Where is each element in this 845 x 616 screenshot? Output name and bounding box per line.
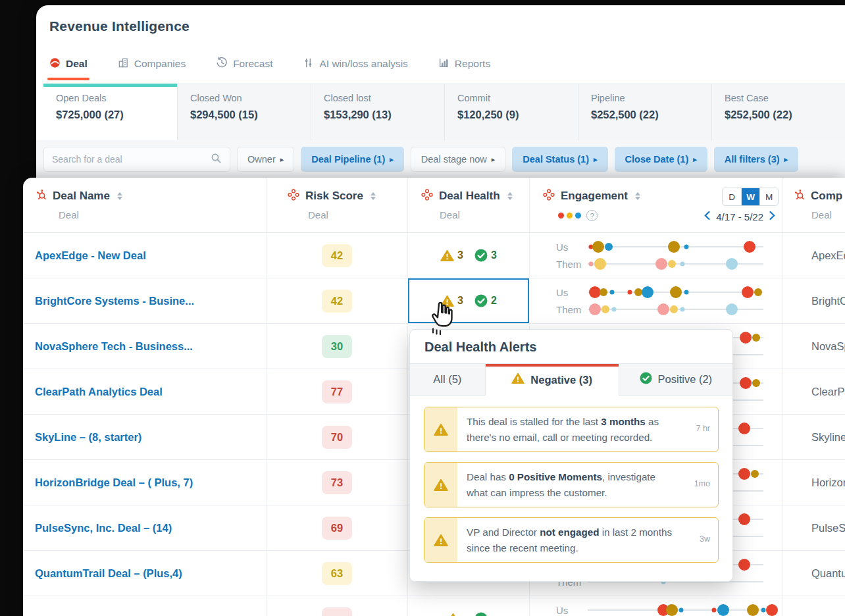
- sort-control[interactable]: [507, 192, 513, 200]
- summary-card-commit[interactable]: Commit $120,250 (9): [444, 84, 578, 140]
- hubspot-sprocket-icon: [35, 189, 47, 203]
- summary-card-open-deals[interactable]: Open Deals $725,000 (27): [43, 84, 177, 140]
- alert-timestamp: 3w: [700, 534, 710, 544]
- activity-dot: [602, 305, 609, 313]
- deal-search[interactable]: [43, 147, 230, 172]
- deal-name-link[interactable]: BrightCore Systems - Busine...: [35, 295, 194, 307]
- alert-card: VP and Director not engaged in last 2 mo…: [424, 517, 719, 563]
- tab-reports[interactable]: Reports: [438, 54, 490, 74]
- caret-icon: ▸: [280, 156, 284, 163]
- column-header-deal-name[interactable]: Deal Name Deal: [23, 178, 267, 232]
- risk-score-badge: [322, 607, 352, 616]
- summary-card-pipeline[interactable]: Pipeline $252,500 (22): [578, 84, 711, 140]
- filter-close-date[interactable]: Close Date (1)▸: [615, 147, 707, 172]
- deal-name-link[interactable]: ClearPath Analytics Deal: [35, 386, 163, 398]
- check-icon: [474, 249, 488, 262]
- granularity-toggle: DWM: [722, 188, 779, 206]
- caret-icon: ▸: [784, 156, 788, 163]
- warning-icon: [440, 295, 454, 307]
- engagement-cell[interactable]: Us Them: [530, 278, 783, 323]
- alert-card: This deal is stalled for the last 3 mont…: [424, 407, 719, 452]
- activity-dot: [740, 332, 752, 344]
- activity-dot: [752, 334, 760, 342]
- us-label: Us: [556, 242, 588, 253]
- summary-card-closed-won[interactable]: Closed Won $294,500 (15): [177, 84, 311, 140]
- search-icon: [211, 153, 222, 167]
- filter-bar: Owner▸ Deal Pipeline (1)▸ Deal stage now…: [36, 140, 845, 178]
- activity-dot: [666, 604, 678, 616]
- caret-icon: ▸: [492, 156, 496, 163]
- filter-deal-status[interactable]: Deal Status (1)▸: [512, 147, 607, 172]
- caret-icon: ▸: [594, 156, 598, 163]
- tab-companies[interactable]: Companies: [118, 54, 186, 74]
- table-row: Us Them: [23, 596, 845, 616]
- alerts-tab-positive[interactable]: Positive (2): [619, 364, 732, 396]
- tab-forecast[interactable]: Forecast: [216, 54, 272, 74]
- company-name-cell: QuantumTrail: [783, 551, 845, 596]
- activity-dot: [717, 604, 729, 616]
- activity-dot: [605, 243, 613, 251]
- column-header-risk-score[interactable]: Risk Score Deal: [267, 178, 408, 232]
- activity-dot: [612, 307, 617, 312]
- activity-dot: [642, 286, 653, 298]
- check-icon: [640, 372, 652, 387]
- company-name-cell: HorizonBridge: [783, 460, 845, 505]
- tab-deal[interactable]: Deal: [49, 54, 88, 74]
- deal-name-link[interactable]: ApexEdge - New Deal: [35, 249, 146, 262]
- risk-score-badge: 77: [322, 380, 352, 403]
- activity-dot: [600, 288, 607, 296]
- positive-alert-count: 3: [491, 249, 497, 261]
- activity-dot: [712, 608, 717, 613]
- us-activity-timeline: [588, 292, 763, 293]
- filter-all-filters[interactable]: All filters (3)▸: [714, 147, 798, 172]
- alert-timestamp: 1mo: [694, 479, 710, 488]
- deal-name-link[interactable]: SkyLine – (8, starter): [35, 431, 141, 444]
- alerts-tab-negative[interactable]: Negative (3): [486, 364, 619, 396]
- sort-control[interactable]: [635, 192, 640, 200]
- activity-dot: [738, 423, 750, 434]
- deal-name-link[interactable]: NovaSphere Tech - Business...: [35, 340, 193, 353]
- toggle-option-m[interactable]: M: [759, 188, 778, 205]
- activity-dot: [670, 286, 682, 298]
- activity-dot: [738, 559, 750, 571]
- check-icon: [474, 294, 488, 307]
- chevron-left-icon[interactable]: [704, 211, 711, 222]
- sort-control[interactable]: [117, 192, 122, 200]
- column-header-company[interactable]: Comp Deal: [783, 178, 845, 232]
- activity-dot: [589, 262, 594, 267]
- sort-control[interactable]: [371, 192, 376, 200]
- summary-card-closed-lost[interactable]: Closed lost $153,290 (13): [311, 84, 444, 140]
- help-icon[interactable]: ?: [586, 210, 598, 221]
- activity-dot: [747, 604, 759, 616]
- deal-name-link[interactable]: PulseSync, Inc. Deal – (14): [35, 522, 172, 534]
- risk-score-badge: 30: [322, 335, 352, 358]
- deal-health-cell[interactable]: 3 2: [408, 278, 530, 323]
- deal-health-cell[interactable]: 3 3: [408, 233, 530, 278]
- deal-name-link[interactable]: QuantumTrail Deal – (Plus,4): [35, 567, 182, 580]
- filter-owner[interactable]: Owner▸: [237, 147, 294, 172]
- reports-icon: [438, 57, 449, 71]
- engagement-cell[interactable]: Us Them: [530, 233, 783, 278]
- column-header-engagement[interactable]: Engagement ? DWM 4/17 - 5/22: [530, 178, 783, 232]
- toggle-option-w[interactable]: W: [741, 188, 759, 205]
- activity-dot: [761, 608, 766, 613]
- them-label: Them: [556, 304, 588, 315]
- date-range-nav: 4/17 - 5/22: [704, 211, 776, 222]
- deal-name-link[interactable]: HorizonBridge Deal – ( Plus, 7): [35, 476, 193, 489]
- activity-dot: [766, 604, 778, 616]
- alerts-tab-all[interactable]: All (5): [410, 364, 486, 396]
- activity-dot: [742, 286, 754, 298]
- them-activity-timeline: [588, 309, 763, 310]
- chevron-right-icon[interactable]: [769, 211, 776, 222]
- engagement-cell[interactable]: Us Them: [530, 596, 783, 616]
- search-input[interactable]: [52, 154, 211, 165]
- deal-health-cell[interactable]: [408, 596, 530, 616]
- tab-ai-winloss[interactable]: AI win/loss analysis: [303, 54, 407, 74]
- filter-deal-stage[interactable]: Deal stage now▸: [411, 147, 505, 172]
- summary-card-best-case[interactable]: Best Case $252,500 (22): [711, 84, 845, 140]
- toggle-option-d[interactable]: D: [723, 188, 741, 205]
- screen: Revenue Intelligence Deal Companies Fore…: [0, 0, 845, 616]
- column-header-deal-health[interactable]: Deal Health Deal: [408, 178, 530, 232]
- filter-deal-pipeline[interactable]: Deal Pipeline (1)▸: [301, 147, 404, 172]
- us-activity-timeline: [588, 609, 763, 611]
